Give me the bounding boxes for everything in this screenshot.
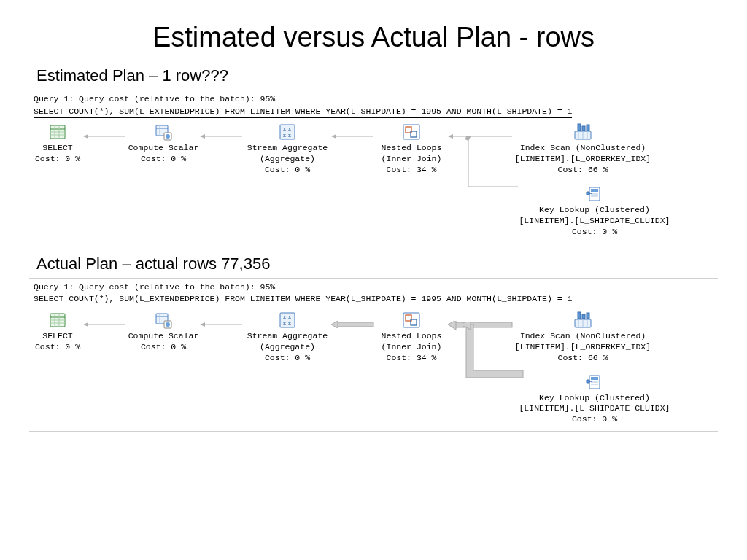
slide: Estimated versus Actual Plan - rows Esti… xyxy=(0,0,747,456)
query-cost-line: Query 1: Query cost (relative to the bat… xyxy=(34,281,718,293)
op-stream-aggregate: Stream Aggregate (Aggregate) Cost: 0 % xyxy=(244,311,331,364)
op-label: Nested Loops xyxy=(375,331,448,342)
op-meta: [LINEITEM].[L_SHIPDATE_CLUIDX] xyxy=(518,403,671,414)
query-cost-line: Query 1: Query cost (relative to the bat… xyxy=(34,93,718,105)
op-cost: Cost: 0 % xyxy=(518,414,671,425)
estimated-plan-block: Query 1: Query cost (relative to the bat… xyxy=(29,90,718,244)
op-label: Nested Loops xyxy=(375,143,448,154)
section1-subtitle: Estimated Plan – 1 row??? xyxy=(36,66,718,85)
op-label: Key Lookup (Clustered) xyxy=(518,205,671,216)
nested-loops-icon xyxy=(402,311,421,330)
arrow-thick-icon xyxy=(331,321,375,328)
svg-marker-39 xyxy=(465,136,468,141)
op-cost: Cost: 0 % xyxy=(244,165,331,176)
svg-marker-35 xyxy=(448,134,453,139)
op-nested-loops: Nested Loops (Inner Join) Cost: 34 % xyxy=(375,311,448,364)
arrow-icon xyxy=(200,133,244,140)
key-lookup-icon xyxy=(585,184,604,203)
op-stream-aggregate: Stream Aggregate (Aggregate) Cost: 0 % xyxy=(244,122,331,176)
op-key-lookup: Key Lookup (Clustered) [LINEITEM].[L_SHI… xyxy=(518,373,671,426)
op-sublabel: (Inner Join) xyxy=(375,154,448,165)
actual-plan-block: Query 1: Query cost (relative to the bat… xyxy=(29,278,718,432)
op-label: Key Lookup (Clustered) xyxy=(518,393,671,404)
svg-marker-41 xyxy=(448,321,456,330)
op-label: Compute Scalar xyxy=(127,143,200,154)
op-cost: Cost: 34 % xyxy=(375,353,448,364)
key-lookup-icon xyxy=(585,373,604,392)
compute-scalar-icon xyxy=(154,122,173,141)
op-select: SELECT Cost: 0 % xyxy=(32,311,83,353)
op-select: SELECT Cost: 0 % xyxy=(32,122,83,165)
op-meta: [LINEITEM].[L_SHIPDATE_CLUIDX] xyxy=(518,216,671,227)
page-title: Estimated versus Actual Plan - rows xyxy=(29,22,718,53)
section2-subtitle: Actual Plan – actual rows 77,356 xyxy=(36,254,718,273)
query-sql: SELECT COUNT(*), SUM(L_EXTENDEDPRICE) FR… xyxy=(34,293,572,306)
op-cost: Cost: 0 % xyxy=(518,227,671,238)
op-label: SELECT xyxy=(32,331,83,342)
arrow-icon xyxy=(83,133,127,140)
op-cost: Cost: 34 % xyxy=(375,165,448,176)
op-label: Stream Aggregate xyxy=(244,143,331,154)
arrow-icon xyxy=(200,321,244,328)
op-label: Index Scan (NonClustered) xyxy=(514,143,652,154)
connector-elbow-icon xyxy=(465,136,524,201)
op-cost: Cost: 0 % xyxy=(244,353,331,364)
arrow-icon xyxy=(331,133,375,140)
op-sublabel: (Aggregate) xyxy=(244,342,331,353)
select-icon xyxy=(48,122,67,141)
op-label: Compute Scalar xyxy=(127,331,200,342)
op-index-scan: Index Scan (NonClustered) [LINEITEM].[L_… xyxy=(514,122,652,176)
plan-row-1: SELECT Cost: 0 % Compute Scalar Cost: 0 … xyxy=(32,122,718,176)
op-sublabel: (Aggregate) xyxy=(244,154,331,165)
plan-row-2: Key Lookup (Clustered) [LINEITEM].[L_SHI… xyxy=(518,373,718,426)
index-scan-icon xyxy=(573,311,592,330)
op-cost: Cost: 0 % xyxy=(32,342,83,353)
op-nested-loops: Nested Loops (Inner Join) Cost: 34 % xyxy=(375,122,448,176)
op-compute-scalar: Compute Scalar Cost: 0 % xyxy=(127,122,200,165)
op-label: SELECT xyxy=(32,143,83,154)
op-index-scan: Index Scan (NonClustered) [LINEITEM].[L_… xyxy=(514,311,652,364)
op-cost: Cost: 0 % xyxy=(127,342,200,353)
op-label: Index Scan (NonClustered) xyxy=(514,331,652,342)
op-meta: [LINEITEM].[L_ORDERKEY_IDX] xyxy=(514,154,652,165)
stream-aggregate-icon xyxy=(278,311,297,330)
query-sql: SELECT COUNT(*), SUM(L_EXTENDEDPRICE) FR… xyxy=(34,106,572,119)
select-icon xyxy=(48,311,67,330)
op-cost: Cost: 66 % xyxy=(514,165,652,176)
arrow-icon xyxy=(83,321,127,328)
stream-aggregate-icon xyxy=(278,122,297,141)
op-compute-scalar: Compute Scalar Cost: 0 % xyxy=(127,311,200,353)
op-cost: Cost: 0 % xyxy=(32,154,83,165)
op-sublabel: (Inner Join) xyxy=(375,342,448,353)
compute-scalar-icon xyxy=(154,311,173,330)
op-cost: Cost: 66 % xyxy=(514,353,652,364)
plan-row-2: Key Lookup (Clustered) [LINEITEM].[L_SHI… xyxy=(518,184,718,238)
index-scan-icon xyxy=(573,122,592,141)
op-label: Stream Aggregate xyxy=(244,331,331,342)
plan-row-1: SELECT Cost: 0 % Compute Scalar Cost: 0 … xyxy=(32,311,718,364)
op-meta: [LINEITEM].[L_ORDERKEY_IDX] xyxy=(514,342,652,353)
nested-loops-icon xyxy=(402,122,421,141)
op-cost: Cost: 0 % xyxy=(127,154,200,165)
op-key-lookup: Key Lookup (Clustered) [LINEITEM].[L_SHI… xyxy=(518,184,671,238)
